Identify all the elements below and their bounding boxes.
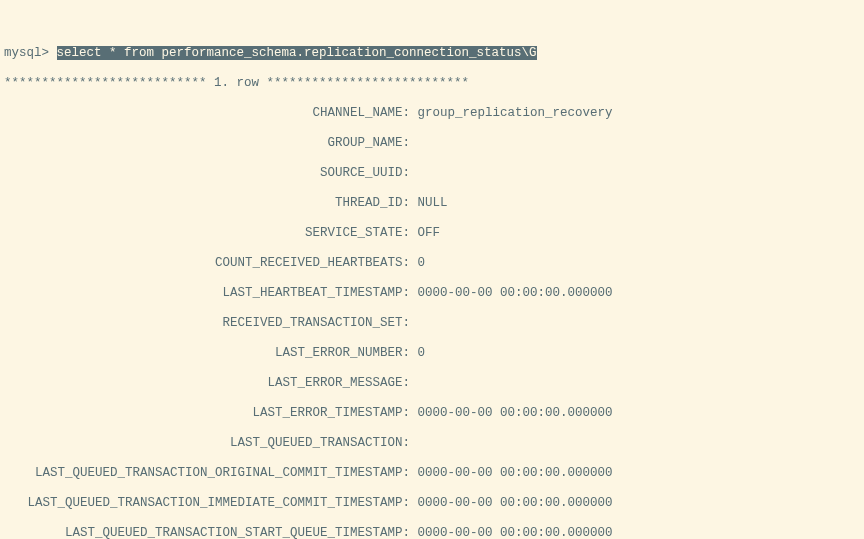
- field-label: COUNT_RECEIVED_HEARTBEATS:: [4, 256, 410, 271]
- result-row: GROUP_NAME:: [4, 136, 860, 151]
- result-row: LAST_QUEUED_TRANSACTION:: [4, 436, 860, 451]
- result-row: THREAD_ID: NULL: [4, 196, 860, 211]
- field-value: 0000-00-00 00:00:00.000000: [418, 286, 613, 301]
- field-label: LAST_QUEUED_TRANSACTION_ORIGINAL_COMMIT_…: [4, 466, 410, 481]
- field-label: LAST_QUEUED_TRANSACTION_START_QUEUE_TIME…: [4, 526, 410, 539]
- field-label: LAST_HEARTBEAT_TIMESTAMP:: [4, 286, 410, 301]
- field-label: SERVICE_STATE:: [4, 226, 410, 241]
- field-label: LAST_QUEUED_TRANSACTION:: [4, 436, 410, 451]
- result-row: LAST_QUEUED_TRANSACTION_START_QUEUE_TIME…: [4, 526, 860, 539]
- mysql-prompt[interactable]: mysql>: [4, 46, 57, 60]
- field-value: 0000-00-00 00:00:00.000000: [418, 526, 613, 539]
- field-label: LAST_ERROR_MESSAGE:: [4, 376, 410, 391]
- field-value: OFF: [418, 226, 441, 241]
- result-row: LAST_QUEUED_TRANSACTION_IMMEDIATE_COMMIT…: [4, 496, 860, 511]
- result-row: SERVICE_STATE: OFF: [4, 226, 860, 241]
- field-value: NULL: [418, 196, 448, 211]
- result-row: CHANNEL_NAME: group_replication_recovery: [4, 106, 860, 121]
- field-label: GROUP_NAME:: [4, 136, 410, 151]
- sql-query[interactable]: select * from performance_schema.replica…: [57, 46, 537, 60]
- field-value: 0: [418, 256, 426, 271]
- result-row: LAST_ERROR_MESSAGE:: [4, 376, 860, 391]
- field-value: group_replication_recovery: [418, 106, 613, 121]
- field-label: THREAD_ID:: [4, 196, 410, 211]
- mysql-prompt-line: mysql> select * from performance_schema.…: [4, 46, 860, 61]
- result-row: SOURCE_UUID:: [4, 166, 860, 181]
- field-value: 0: [418, 346, 426, 361]
- field-label: RECEIVED_TRANSACTION_SET:: [4, 316, 410, 331]
- result-row: LAST_ERROR_NUMBER: 0: [4, 346, 860, 361]
- field-label: CHANNEL_NAME:: [4, 106, 410, 121]
- result-row: LAST_HEARTBEAT_TIMESTAMP: 0000-00-00 00:…: [4, 286, 860, 301]
- field-value: 0000-00-00 00:00:00.000000: [418, 496, 613, 511]
- field-value: 0000-00-00 00:00:00.000000: [418, 406, 613, 421]
- field-label: LAST_ERROR_TIMESTAMP:: [4, 406, 410, 421]
- field-value: 0000-00-00 00:00:00.000000: [418, 466, 613, 481]
- row-separator-1: *************************** 1. row *****…: [4, 76, 860, 91]
- field-label: LAST_ERROR_NUMBER:: [4, 346, 410, 361]
- result-row: LAST_ERROR_TIMESTAMP: 0000-00-00 00:00:0…: [4, 406, 860, 421]
- field-label: SOURCE_UUID:: [4, 166, 410, 181]
- result-row: COUNT_RECEIVED_HEARTBEATS: 0: [4, 256, 860, 271]
- result-row: RECEIVED_TRANSACTION_SET:: [4, 316, 860, 331]
- field-label: LAST_QUEUED_TRANSACTION_IMMEDIATE_COMMIT…: [4, 496, 410, 511]
- result-row: LAST_QUEUED_TRANSACTION_ORIGINAL_COMMIT_…: [4, 466, 860, 481]
